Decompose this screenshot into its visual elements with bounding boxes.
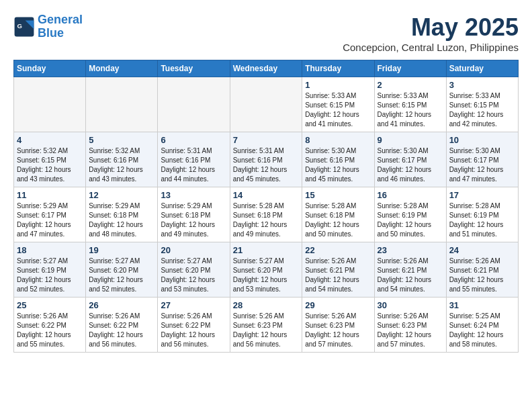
weekday-header-monday: Monday <box>86 60 158 77</box>
calendar-cell: 23Sunrise: 5:26 AM Sunset: 6:21 PM Dayli… <box>374 242 446 298</box>
day-number: 26 <box>89 300 154 310</box>
day-info: Sunrise: 5:26 AM Sunset: 6:23 PM Dayligh… <box>305 312 371 349</box>
day-info: Sunrise: 5:26 AM Sunset: 6:22 PM Dayligh… <box>89 312 154 349</box>
calendar-cell <box>158 77 230 132</box>
calendar-cell: 8Sunrise: 5:30 AM Sunset: 6:16 PM Daylig… <box>302 132 374 187</box>
location-text: Concepcion, Central Luzon, Philippines <box>343 42 519 53</box>
day-number: 1 <box>305 80 371 90</box>
day-info: Sunrise: 5:26 AM Sunset: 6:23 PM Dayligh… <box>378 312 443 349</box>
day-number: 31 <box>449 300 515 310</box>
day-number: 12 <box>89 190 154 200</box>
day-number: 6 <box>161 135 226 145</box>
weekday-header-wednesday: Wednesday <box>230 60 302 77</box>
day-info: Sunrise: 5:28 AM Sunset: 6:19 PM Dayligh… <box>378 201 443 239</box>
day-info: Sunrise: 5:26 AM Sunset: 6:21 PM Dayligh… <box>378 257 443 294</box>
week-row-2: 4Sunrise: 5:32 AM Sunset: 6:15 PM Daylig… <box>14 132 519 187</box>
day-info: Sunrise: 5:29 AM Sunset: 6:18 PM Dayligh… <box>89 201 154 239</box>
day-number: 30 <box>378 300 443 310</box>
day-number: 27 <box>161 300 226 310</box>
day-info: Sunrise: 5:27 AM Sunset: 6:19 PM Dayligh… <box>17 257 83 294</box>
calendar-cell: 19Sunrise: 5:27 AM Sunset: 6:20 PM Dayli… <box>86 242 158 298</box>
calendar-cell: 28Sunrise: 5:26 AM Sunset: 6:23 PM Dayli… <box>230 298 302 353</box>
day-info: Sunrise: 5:29 AM Sunset: 6:18 PM Dayligh… <box>161 201 226 239</box>
day-info: Sunrise: 5:28 AM Sunset: 6:18 PM Dayligh… <box>305 201 371 239</box>
day-number: 19 <box>89 245 154 255</box>
day-info: Sunrise: 5:26 AM Sunset: 6:21 PM Dayligh… <box>449 257 515 294</box>
calendar-cell: 9Sunrise: 5:30 AM Sunset: 6:17 PM Daylig… <box>374 132 446 187</box>
calendar-cell: 30Sunrise: 5:26 AM Sunset: 6:23 PM Dayli… <box>374 298 446 353</box>
day-number: 22 <box>305 245 371 255</box>
day-number: 4 <box>17 135 83 145</box>
day-number: 13 <box>161 190 226 200</box>
calendar-cell <box>230 77 302 132</box>
day-info: Sunrise: 5:28 AM Sunset: 6:18 PM Dayligh… <box>233 201 300 239</box>
svg-text:G: G <box>17 21 22 29</box>
calendar-cell: 10Sunrise: 5:30 AM Sunset: 6:17 PM Dayli… <box>446 132 518 187</box>
calendar-cell: 12Sunrise: 5:29 AM Sunset: 6:18 PM Dayli… <box>86 187 158 242</box>
calendar-cell: 24Sunrise: 5:26 AM Sunset: 6:21 PM Dayli… <box>446 242 518 298</box>
calendar-cell: 18Sunrise: 5:27 AM Sunset: 6:19 PM Dayli… <box>14 242 86 298</box>
day-info: Sunrise: 5:26 AM Sunset: 6:21 PM Dayligh… <box>305 257 371 294</box>
day-info: Sunrise: 5:27 AM Sunset: 6:20 PM Dayligh… <box>89 257 154 294</box>
calendar-cell: 4Sunrise: 5:32 AM Sunset: 6:15 PM Daylig… <box>14 132 86 187</box>
calendar-table: SundayMondayTuesdayWednesdayThursdayFrid… <box>13 60 519 353</box>
calendar-cell: 7Sunrise: 5:31 AM Sunset: 6:16 PM Daylig… <box>230 132 302 187</box>
logo-icon: G <box>13 16 35 38</box>
day-info: Sunrise: 5:31 AM Sunset: 6:16 PM Dayligh… <box>161 146 226 184</box>
weekday-header-friday: Friday <box>374 60 446 77</box>
week-row-5: 25Sunrise: 5:26 AM Sunset: 6:22 PM Dayli… <box>14 298 519 353</box>
day-info: Sunrise: 5:33 AM Sunset: 6:15 PM Dayligh… <box>378 91 443 129</box>
day-info: Sunrise: 5:33 AM Sunset: 6:15 PM Dayligh… <box>305 91 371 129</box>
month-title: May 2025 <box>343 13 519 42</box>
calendar-cell: 15Sunrise: 5:28 AM Sunset: 6:18 PM Dayli… <box>302 187 374 242</box>
day-number: 11 <box>17 190 83 200</box>
day-number: 7 <box>233 135 300 145</box>
day-info: Sunrise: 5:26 AM Sunset: 6:22 PM Dayligh… <box>161 312 226 349</box>
day-number: 15 <box>305 190 371 200</box>
day-info: Sunrise: 5:30 AM Sunset: 6:16 PM Dayligh… <box>305 146 371 184</box>
logo-general: General <box>38 13 83 26</box>
logo: G General Blue <box>13 13 83 40</box>
day-number: 25 <box>17 300 83 310</box>
week-row-1: 1Sunrise: 5:33 AM Sunset: 6:15 PM Daylig… <box>14 77 519 132</box>
day-number: 16 <box>378 190 443 200</box>
day-info: Sunrise: 5:32 AM Sunset: 6:16 PM Dayligh… <box>89 146 154 184</box>
logo-blue: Blue <box>38 26 64 40</box>
day-info: Sunrise: 5:31 AM Sunset: 6:16 PM Dayligh… <box>233 146 300 184</box>
day-number: 3 <box>449 80 515 90</box>
day-info: Sunrise: 5:29 AM Sunset: 6:17 PM Dayligh… <box>17 201 83 239</box>
weekday-header-saturday: Saturday <box>446 60 518 77</box>
day-number: 5 <box>89 135 154 145</box>
logo-text: General Blue <box>38 13 83 40</box>
calendar-cell: 26Sunrise: 5:26 AM Sunset: 6:22 PM Dayli… <box>86 298 158 353</box>
day-number: 23 <box>378 245 443 255</box>
page-header: G General Blue May 2025 Concepcion, Cent… <box>13 13 519 53</box>
title-block: May 2025 Concepcion, Central Luzon, Phil… <box>343 13 519 53</box>
calendar-cell <box>14 77 86 132</box>
calendar-cell: 25Sunrise: 5:26 AM Sunset: 6:22 PM Dayli… <box>14 298 86 353</box>
day-number: 24 <box>449 245 515 255</box>
weekday-header-sunday: Sunday <box>14 60 86 77</box>
day-number: 10 <box>449 135 515 145</box>
calendar-cell: 3Sunrise: 5:33 AM Sunset: 6:15 PM Daylig… <box>446 77 518 132</box>
calendar-cell: 11Sunrise: 5:29 AM Sunset: 6:17 PM Dayli… <box>14 187 86 242</box>
calendar-cell: 17Sunrise: 5:28 AM Sunset: 6:19 PM Dayli… <box>446 187 518 242</box>
day-info: Sunrise: 5:27 AM Sunset: 6:20 PM Dayligh… <box>161 257 226 294</box>
day-info: Sunrise: 5:32 AM Sunset: 6:15 PM Dayligh… <box>17 146 83 184</box>
weekday-header-row: SundayMondayTuesdayWednesdayThursdayFrid… <box>14 60 519 77</box>
calendar-cell: 5Sunrise: 5:32 AM Sunset: 6:16 PM Daylig… <box>86 132 158 187</box>
calendar-cell: 14Sunrise: 5:28 AM Sunset: 6:18 PM Dayli… <box>230 187 302 242</box>
calendar-cell: 31Sunrise: 5:25 AM Sunset: 6:24 PM Dayli… <box>446 298 518 353</box>
day-info: Sunrise: 5:25 AM Sunset: 6:24 PM Dayligh… <box>449 312 515 349</box>
calendar-cell: 2Sunrise: 5:33 AM Sunset: 6:15 PM Daylig… <box>374 77 446 132</box>
day-number: 2 <box>378 80 443 90</box>
calendar-cell: 21Sunrise: 5:27 AM Sunset: 6:20 PM Dayli… <box>230 242 302 298</box>
day-number: 8 <box>305 135 371 145</box>
calendar-cell <box>86 77 158 132</box>
calendar-cell: 22Sunrise: 5:26 AM Sunset: 6:21 PM Dayli… <box>302 242 374 298</box>
day-info: Sunrise: 5:26 AM Sunset: 6:22 PM Dayligh… <box>17 312 83 349</box>
weekday-header-tuesday: Tuesday <box>158 60 230 77</box>
calendar-cell: 1Sunrise: 5:33 AM Sunset: 6:15 PM Daylig… <box>302 77 374 132</box>
calendar-cell: 13Sunrise: 5:29 AM Sunset: 6:18 PM Dayli… <box>158 187 230 242</box>
day-number: 18 <box>17 245 83 255</box>
